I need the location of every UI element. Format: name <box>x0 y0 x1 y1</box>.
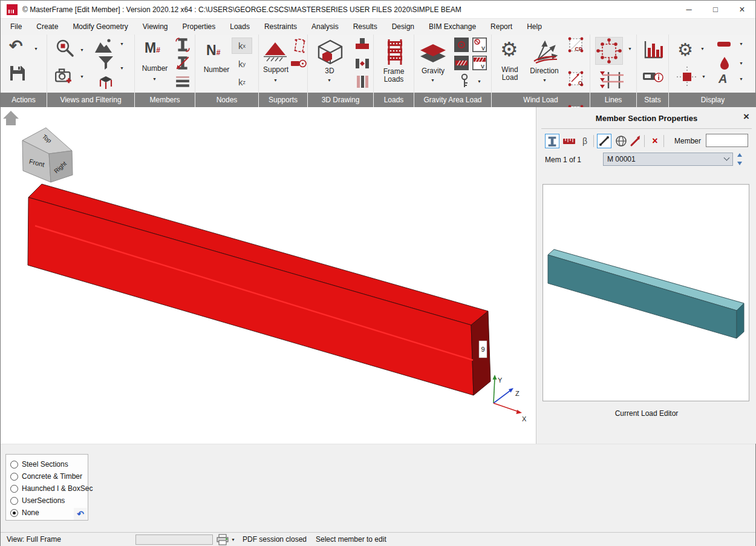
key-icon[interactable] <box>458 73 471 89</box>
gravity-label[interactable]: Gravity <box>418 67 448 75</box>
node-ky-icon[interactable]: ky <box>232 56 252 72</box>
3d-cube-icon[interactable] <box>316 39 344 65</box>
display-settings-dropdown-arrow-icon[interactable]: ▼ <box>700 47 705 51</box>
padstone-icon[interactable] <box>355 38 370 51</box>
home-icon[interactable] <box>3 111 19 125</box>
radio-icon-selected[interactable] <box>10 509 18 517</box>
spinner-up-icon[interactable] <box>737 153 742 157</box>
global-apply-button[interactable] <box>614 134 628 148</box>
member-resize-icon[interactable] <box>175 37 191 53</box>
line-load-icon[interactable] <box>454 56 469 70</box>
radio-haunched-boxsec[interactable]: Haunched I & BoxSec <box>10 482 88 495</box>
direction-label[interactable]: Direction <box>527 67 562 75</box>
menu-loads[interactable]: Loads <box>223 19 257 35</box>
menu-restraints[interactable]: Restraints <box>257 19 304 35</box>
menu-analysis[interactable]: Analysis <box>304 19 346 35</box>
section-shape-button[interactable] <box>545 134 559 148</box>
image-icon[interactable] <box>94 38 112 54</box>
line-load-variable-icon[interactable]: V <box>472 56 487 70</box>
section-size-button[interactable] <box>562 134 576 148</box>
beam-span-icon[interactable] <box>355 56 370 71</box>
roller-support-icon[interactable] <box>290 59 307 69</box>
member-field-input[interactable] <box>706 134 748 147</box>
member-spinner[interactable] <box>735 152 744 166</box>
menu-properties[interactable]: Properties <box>175 19 223 35</box>
display-settings-gear-icon[interactable]: ⚙ <box>677 39 693 60</box>
filter-dropdown-arrow-icon[interactable]: ▼ <box>120 66 124 70</box>
model-canvas[interactable]: Top Front Right 9 <box>1 107 536 444</box>
grid-lines-dropdown-arrow-icon[interactable]: ▼ <box>628 47 632 51</box>
section-preview[interactable] <box>543 184 749 401</box>
menu-viewing[interactable]: Viewing <box>135 19 175 35</box>
bar-chart-icon[interactable] <box>643 39 663 60</box>
radio-icon[interactable] <box>10 497 18 505</box>
undo-dropdown-arrow-icon[interactable]: ▼ <box>34 47 38 51</box>
minimize-button[interactable]: ─ <box>676 1 702 19</box>
node-kx-icon[interactable]: kx <box>232 38 252 54</box>
panel-close-icon[interactable]: × <box>743 111 749 122</box>
image-dropdown-arrow-icon[interactable]: ▼ <box>120 42 124 46</box>
wind-cp-icon[interactable]: CP <box>568 37 584 53</box>
save-icon[interactable] <box>9 65 26 82</box>
member-number-icon[interactable]: M# <box>145 41 160 58</box>
table-view-icon[interactable] <box>98 74 114 90</box>
area-load-variable-icon[interactable]: V <box>472 38 487 52</box>
menu-bim-exchange[interactable]: BIM Exchange <box>422 19 483 35</box>
menu-results[interactable]: Results <box>346 19 385 35</box>
color-drop-icon[interactable] <box>720 56 729 70</box>
flexible-support-icon[interactable] <box>293 38 307 54</box>
node-number-icon[interactable]: N# <box>206 43 220 60</box>
menu-modify-geometry[interactable]: Modify Geometry <box>65 19 135 35</box>
wind-load-label[interactable]: WindLoad <box>493 66 527 82</box>
member-color-dropdown-arrow-icon[interactable]: ▼ <box>739 42 743 46</box>
node-kz-icon[interactable]: kz <box>232 74 252 90</box>
gravity-icon[interactable] <box>418 42 448 65</box>
menu-help[interactable]: Help <box>520 19 549 35</box>
storey-levels-icon[interactable] <box>598 70 624 90</box>
member-select[interactable]: M 00001 <box>603 153 733 166</box>
node-display-dropdown-arrow-icon[interactable]: ▼ <box>702 74 706 79</box>
info-icon[interactable] <box>642 70 664 84</box>
radio-concrete-timber[interactable]: Concrete & Timber <box>10 470 88 482</box>
member-support-icon[interactable] <box>175 55 191 71</box>
area-load-icon[interactable] <box>454 38 469 52</box>
spinner-down-icon[interactable] <box>737 162 742 165</box>
printer-dropdown-arrow-icon[interactable]: ▼ <box>231 538 235 542</box>
camera-dropdown-arrow-icon[interactable]: ▼ <box>80 74 84 79</box>
member-number-dropdown-arrow-icon[interactable]: ▼ <box>152 77 157 81</box>
delete-member-button[interactable]: × <box>648 134 662 148</box>
radio-usersections[interactable]: UserSections <box>10 495 88 507</box>
wind-load-gear-icon[interactable]: ⚙ <box>500 39 518 60</box>
direction-dropdown-arrow-icon[interactable]: ▼ <box>543 78 547 82</box>
menu-report[interactable]: Report <box>483 19 520 35</box>
menu-create[interactable]: Create <box>29 19 65 35</box>
copy-properties-button[interactable] <box>628 134 643 148</box>
text-display-dropdown-arrow-icon[interactable]: ▼ <box>739 77 743 81</box>
undo-icon[interactable]: ↶ <box>9 38 23 54</box>
text-display-icon[interactable]: A <box>719 72 727 86</box>
radio-icon[interactable] <box>10 485 18 493</box>
maximize-button[interactable]: □ <box>702 1 729 19</box>
camera-icon[interactable] <box>54 67 73 84</box>
zoom-icon[interactable] <box>54 38 75 59</box>
node-display-icon[interactable] <box>676 66 698 88</box>
radio-icon[interactable] <box>10 461 18 469</box>
frame-loads-icon[interactable] <box>385 38 405 66</box>
view-cube[interactable]: Top Front Right <box>22 128 73 182</box>
frame-loads-label[interactable]: FrameLoads <box>375 68 412 84</box>
gravity-more-dropdown-arrow-icon[interactable]: ▼ <box>477 79 481 84</box>
beta-angle-button[interactable]: β <box>578 134 592 148</box>
grid-lines-icon[interactable] <box>595 37 623 65</box>
support-label[interactable]: Support <box>260 66 292 74</box>
single-member-button[interactable] <box>597 134 611 148</box>
printer-icon[interactable] <box>217 534 229 545</box>
member-number-label[interactable]: Number <box>136 65 174 73</box>
color-drop-dropdown-arrow-icon[interactable]: ▼ <box>739 61 743 65</box>
member-color-icon[interactable] <box>717 42 731 47</box>
filter-icon[interactable] <box>98 55 114 72</box>
radio-steel-sections[interactable]: Steel Sections <box>10 458 88 470</box>
undo-section-button[interactable]: ↶ <box>74 508 87 520</box>
support-dropdown-arrow-icon[interactable]: ▼ <box>273 78 278 82</box>
menu-design[interactable]: Design <box>385 19 422 35</box>
menu-file[interactable]: File <box>3 19 29 35</box>
